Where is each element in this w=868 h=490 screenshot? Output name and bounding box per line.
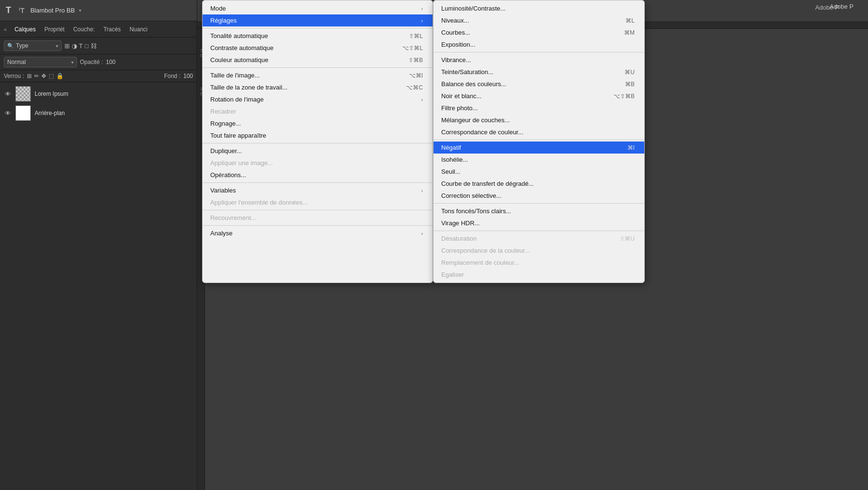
menu-seuil[interactable]: Seuil... xyxy=(434,166,644,178)
menu-couleur-auto[interactable]: Couleur automatique ⇧⌘B xyxy=(203,54,433,66)
menu-tonalite-auto-shortcut: ⇧⌘L xyxy=(395,33,423,39)
filter-icon-shape[interactable]: □ xyxy=(85,42,89,50)
menu-egaliser: Egaliser xyxy=(434,269,644,281)
menu-rognage-label: Rognage... xyxy=(210,120,241,127)
menu-dupliquer[interactable]: Dupliquer... xyxy=(203,145,433,157)
layer-thumbnail xyxy=(15,86,31,102)
menu-luminosite-label: Luminosité/Contraste... xyxy=(441,5,506,12)
menu-dupliquer-label: Dupliquer... xyxy=(210,147,242,155)
opacity-value[interactable]: 100 xyxy=(106,59,120,65)
tab-couches[interactable]: Couche: xyxy=(69,24,99,35)
type-tool-alt-button[interactable]: ᴵT xyxy=(17,5,26,16)
menu-primary: Mode › Réglages › Tonalité automatique ⇧… xyxy=(202,0,433,283)
menu-balance-couleurs[interactable]: Balance des couleurs... ⌘B xyxy=(434,78,644,90)
menu-reglages[interactable]: Réglages › xyxy=(203,14,433,26)
menu-filtre-photo[interactable]: Filtre photo... xyxy=(434,102,644,114)
menu-courbe-transfert-label: Courbe de transfert de dégradé... xyxy=(441,180,534,187)
layer-name: Lorem Ipsum xyxy=(35,90,68,97)
menu-reglages-arrow: › xyxy=(416,18,423,24)
menu-taille-zone[interactable]: Taille de la zone de travail... ⌥⌘C xyxy=(203,81,433,93)
layer-thumbnail xyxy=(15,105,31,121)
layer-item-lorem-ipsum[interactable]: 👁 Lorem Ipsum xyxy=(0,84,197,103)
menu-exposition-label: Exposition... xyxy=(441,41,475,48)
menu-recadrer: Recadrer xyxy=(203,105,433,117)
menu-melangeur-couches[interactable]: Mélangeur de couches... xyxy=(434,114,644,126)
menu-tonalite-auto[interactable]: Tonalité automatique ⇧⌘L xyxy=(203,30,433,42)
lock-pixels-icon[interactable]: ⊞ xyxy=(27,73,32,79)
separator-3 xyxy=(203,143,433,143)
tab-traces[interactable]: Tracés xyxy=(100,24,125,35)
layer-visibility-toggle[interactable]: 👁 xyxy=(4,110,12,117)
menu-niveaux[interactable]: Niveaux... ⌘L xyxy=(434,14,644,26)
menu-correction-selective[interactable]: Correction sélective... xyxy=(434,190,644,202)
app-branding: Adobe P xyxy=(830,3,854,10)
menu-noir-blanc-shortcut: ⌥⇧⌘B xyxy=(599,93,635,100)
menu-rotation[interactable]: Rotation de l'image › xyxy=(203,93,433,105)
filter-icon-adjust[interactable]: ◑ xyxy=(72,42,77,50)
sep-s3 xyxy=(434,203,644,204)
menu-couleur-auto-label: Couleur automatique xyxy=(210,56,268,64)
menu-variables-arrow: › xyxy=(416,188,423,193)
menu-rotation-label: Rotation de l'image xyxy=(210,96,264,103)
menu-noir-blanc[interactable]: Noir et blanc... ⌥⇧⌘B xyxy=(434,90,644,102)
layers-list: 👁 Lorem Ipsum 👁 Arrière-plan xyxy=(0,82,197,125)
lock-paint-icon[interactable]: ✏ xyxy=(34,73,39,79)
sep-s1 xyxy=(434,52,644,52)
menu-recadrer-label: Recadrer xyxy=(210,108,236,115)
menu-rognage[interactable]: Rognage... xyxy=(203,117,433,129)
menu-tout-faire[interactable]: Tout faire apparaître xyxy=(203,129,433,142)
menu-taille-image[interactable]: Taille de l'image... ⌥⌘I xyxy=(203,69,433,81)
menu-correspondance-couleur2: Correspondance de la couleur... xyxy=(434,245,644,257)
menu-desaturation-label: Désaturation xyxy=(441,235,477,242)
menu-tout-faire-label: Tout faire apparaître xyxy=(210,132,266,139)
top-toolbar: T ᴵT Blambot Pro BB ▾ xyxy=(0,0,197,21)
filter-icon-link[interactable]: ⛓ xyxy=(90,42,97,50)
menu-recouvrement-label: Recouvrement... xyxy=(210,214,256,221)
menu-operations-label: Opérations... xyxy=(210,171,246,179)
tab-nuancier[interactable]: Nuanci xyxy=(126,24,151,35)
menu-courbe-transfert[interactable]: Courbe de transfert de dégradé... xyxy=(434,178,644,190)
menu-isohelie[interactable]: Isohélie... xyxy=(434,154,644,166)
menu-appliquer-donnees: Appliquer l'ensemble de données... xyxy=(203,196,433,208)
menu-seuil-label: Seuil... xyxy=(441,168,460,175)
tab-proprietes[interactable]: Propriét xyxy=(40,24,68,35)
menu-luminosite[interactable]: Luminosité/Contraste... xyxy=(434,2,644,14)
filter-icon-type[interactable]: T xyxy=(79,42,83,50)
tab-calques[interactable]: Calques xyxy=(11,24,39,35)
menu-egaliser-label: Egaliser xyxy=(441,271,464,278)
menu-negatif[interactable]: Négatif ⌘I xyxy=(434,142,644,154)
menu-exposition[interactable]: Exposition... xyxy=(434,39,644,51)
filter-icon-grid[interactable]: ⊞ xyxy=(64,42,70,50)
lock-artboard-icon[interactable]: ⬚ xyxy=(49,73,54,79)
lock-all-icon[interactable]: 🔒 xyxy=(56,73,64,79)
menu-virage-hdr[interactable]: Virage HDR... xyxy=(434,217,644,229)
menu-courbes[interactable]: Courbes... ⌘M xyxy=(434,26,644,39)
filter-type-dropdown[interactable]: 🔍 Type ▾ xyxy=(4,40,62,51)
menu-mode[interactable]: Mode › xyxy=(203,2,433,14)
type-tool-button[interactable]: T xyxy=(4,4,13,16)
menu-correspondance-couleur[interactable]: Correspondance de couleur... xyxy=(434,126,644,138)
menu-vibrance[interactable]: Vibrance... xyxy=(434,54,644,66)
menu-analyse[interactable]: Analyse › xyxy=(203,227,433,239)
layer-item-background[interactable]: 👁 Arrière-plan xyxy=(0,103,197,123)
menu-secondary: Luminosité/Contraste... Niveaux... ⌘L Co… xyxy=(433,0,645,283)
sidebar-panel: T ᴵT Blambot Pro BB ▾ « Calques Propriét… xyxy=(0,0,197,490)
type-tool-icon: T xyxy=(6,5,11,15)
collapse-icon[interactable]: « xyxy=(4,26,7,32)
fill-value[interactable]: 100 xyxy=(183,73,193,79)
menu-melangeur-couches-label: Mélangeur de couches... xyxy=(441,116,510,124)
menu-operations[interactable]: Opérations... xyxy=(203,169,433,181)
menu-appliquer-donnees-label: Appliquer l'ensemble de données... xyxy=(210,199,308,206)
layer-visibility-toggle[interactable]: 👁 xyxy=(4,90,12,98)
menu-negatif-label: Négatif xyxy=(441,144,461,151)
blend-mode-dropdown[interactable]: Normal ▾ xyxy=(4,57,77,67)
menu-taille-image-label: Taille de l'image... xyxy=(210,72,260,79)
menu-contraste-auto[interactable]: Contraste automatique ⌥⇧⌘L xyxy=(203,42,433,54)
menu-teinte-saturation[interactable]: Teinte/Saturation... ⌘U xyxy=(434,66,644,78)
menu-tons-fondes[interactable]: Tons foncés/Tons clairs... xyxy=(434,205,644,217)
menu-reglages-label: Réglages xyxy=(210,17,237,24)
menu-tonalite-auto-label: Tonalité automatique xyxy=(210,32,268,39)
lock-move-icon[interactable]: ✥ xyxy=(41,73,46,79)
menu-taille-zone-label: Taille de la zone de travail... xyxy=(210,84,287,91)
menu-variables[interactable]: Variables › xyxy=(203,184,433,196)
